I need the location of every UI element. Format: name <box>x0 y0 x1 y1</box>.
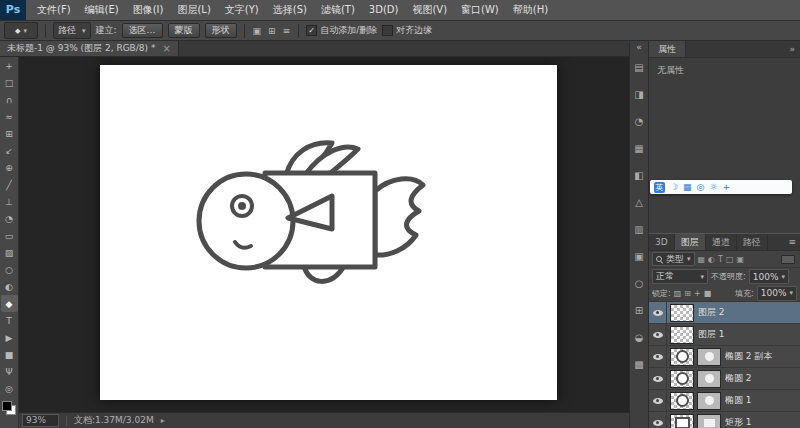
vector-mask-thumbnail[interactable] <box>697 348 721 366</box>
tab-layers[interactable]: 图层 <box>675 234 706 250</box>
align-edges-checkbox[interactable]: 对齐边缘 <box>382 24 432 37</box>
close-tab-icon[interactable]: × <box>162 43 170 54</box>
panel-icon-4[interactable]: ▦ <box>630 135 648 162</box>
rectangle-tool[interactable]: ■ <box>1 346 18 363</box>
panel-icon-7[interactable]: ▥ <box>630 216 648 243</box>
marquee-tool[interactable]: □ <box>1 74 18 91</box>
color-swatches[interactable] <box>2 401 16 415</box>
filter-adjustment-icon[interactable]: ◐ <box>708 255 715 264</box>
eyedropper-tool[interactable]: ↙ <box>1 142 18 159</box>
layer-visibility-toggle[interactable] <box>649 368 667 389</box>
blend-mode-select[interactable]: 正常 ▾ <box>652 269 708 284</box>
panel-icon-12[interactable]: ▩ <box>630 351 648 378</box>
tool-mode-select[interactable]: 路径 ▾ <box>53 22 91 39</box>
vector-mask-thumbnail[interactable] <box>697 414 721 428</box>
lock-all-icon[interactable]: ■ <box>704 289 712 298</box>
zoom-tool[interactable]: ◎ <box>1 380 18 397</box>
path-alignment-icon[interactable]: ⊞ <box>267 26 277 36</box>
ime-language-icon[interactable]: 英 <box>654 182 665 193</box>
layer-visibility-toggle[interactable] <box>649 346 667 367</box>
lock-position-icon[interactable]: + <box>694 289 701 298</box>
ime-tools-icon[interactable]: + <box>723 180 731 194</box>
canvas-area[interactable] <box>19 56 629 412</box>
type-tool[interactable]: T <box>1 312 18 329</box>
menu-type[interactable]: 文字(Y) <box>218 0 266 20</box>
lasso-tool[interactable]: ∩ <box>1 91 18 108</box>
layer-thumbnail[interactable] <box>670 348 694 366</box>
pen-tool[interactable]: ◆ <box>1 295 18 312</box>
photoshop-logo[interactable]: Ps <box>0 0 26 20</box>
brush-tool[interactable]: ╱ <box>1 176 18 193</box>
document-tab[interactable]: 未标题-1 @ 93% (图层 2, RGB/8) * × <box>0 41 179 56</box>
layer-row[interactable]: 图层 1 <box>649 324 800 346</box>
expand-panels-icon[interactable]: « <box>636 41 642 54</box>
layer-thumbnail[interactable] <box>670 326 694 344</box>
layer-thumbnail[interactable] <box>670 304 694 322</box>
path-arrangement-icon[interactable]: ≡ <box>282 26 292 36</box>
menu-file[interactable]: 文件(F) <box>30 0 78 20</box>
lock-pixels-icon[interactable]: ⊞ <box>684 289 691 298</box>
history-brush-tool[interactable]: ◔ <box>1 210 18 227</box>
panel-icon-5[interactable]: ◧ <box>630 162 648 189</box>
layer-name[interactable]: 椭圆 2 副本 <box>725 350 772 363</box>
ime-moon-icon[interactable]: ☽ <box>670 180 678 194</box>
tab-paths[interactable]: 路径 <box>737 234 768 250</box>
filter-shape-icon[interactable]: □ <box>726 255 734 264</box>
layer-visibility-toggle[interactable] <box>649 390 667 411</box>
menu-filter[interactable]: 滤镜(T) <box>314 0 362 20</box>
panel-icon-8[interactable]: ▣ <box>630 243 648 270</box>
tab-properties[interactable]: 属性 <box>649 41 686 57</box>
layer-name[interactable]: 图层 1 <box>698 328 725 341</box>
tool-preset-dropdown[interactable]: ◆ ▾ <box>4 22 38 39</box>
filter-toggle-switch[interactable] <box>781 255 795 264</box>
layer-thumbnail[interactable] <box>670 392 694 410</box>
ime-skin-icon[interactable]: ☼ <box>709 180 717 194</box>
dodge-tool[interactable]: ◐ <box>1 278 18 295</box>
path-selection-tool[interactable]: ▶ <box>1 329 18 346</box>
ime-emoji-icon[interactable]: ◎ <box>697 180 705 194</box>
opacity-select[interactable]: 100% ▾ <box>749 269 789 284</box>
make-mask-button[interactable]: 蒙版 <box>168 23 200 38</box>
move-tool[interactable]: + <box>1 57 18 74</box>
layer-row[interactable]: 椭圆 2 副本 <box>649 346 800 368</box>
layer-row[interactable]: 椭圆 1 <box>649 390 800 412</box>
layer-name[interactable]: 矩形 1 <box>725 416 752 428</box>
clone-stamp-tool[interactable]: ⊥ <box>1 193 18 210</box>
filter-pixel-icon[interactable]: ▦ <box>698 255 706 264</box>
make-shape-button[interactable]: 形状 <box>205 23 237 38</box>
panel-icon-11[interactable]: ◒ <box>630 324 648 351</box>
layer-thumbnail[interactable] <box>670 370 694 388</box>
layer-name[interactable]: 图层 2 <box>698 306 725 319</box>
menu-layer[interactable]: 图层(L) <box>170 0 217 20</box>
panel-menu-icon[interactable]: ≡ <box>784 234 800 250</box>
path-operations-icon[interactable]: ▣ <box>252 26 263 36</box>
panel-icon-3[interactable]: ◔ <box>630 108 648 135</box>
gradient-tool[interactable]: ▨ <box>1 244 18 261</box>
blur-tool[interactable]: ○ <box>1 261 18 278</box>
menu-image[interactable]: 图像(I) <box>126 0 171 20</box>
ime-keyboard-icon[interactable]: ▦ <box>683 180 692 194</box>
foreground-color-swatch[interactable] <box>2 401 12 411</box>
menu-select[interactable]: 选择(S) <box>266 0 314 20</box>
eraser-tool[interactable]: ▭ <box>1 227 18 244</box>
vector-mask-thumbnail[interactable] <box>697 392 721 410</box>
fill-select[interactable]: 100% ▾ <box>757 286 797 301</box>
menu-view[interactable]: 视图(V) <box>405 0 454 20</box>
hand-tool[interactable]: Ψ <box>1 363 18 380</box>
panel-icon-10[interactable]: ⊞ <box>630 297 648 324</box>
zoom-level-field[interactable]: 93% <box>22 414 59 427</box>
crop-tool[interactable]: ⊞ <box>1 125 18 142</box>
lock-transparency-icon[interactable]: ▨ <box>674 289 682 298</box>
menu-help[interactable]: 帮助(H) <box>506 0 555 20</box>
panel-icon-6[interactable]: △ <box>630 189 648 216</box>
filter-kind-select[interactable]: 类型 ▾ <box>652 252 695 266</box>
layer-name[interactable]: 椭圆 2 <box>725 372 752 385</box>
layer-visibility-toggle[interactable] <box>649 324 667 345</box>
layer-visibility-toggle[interactable] <box>649 412 667 428</box>
healing-brush-tool[interactable]: ⊕ <box>1 159 18 176</box>
filter-smart-object-icon[interactable]: ▣ <box>737 255 745 264</box>
vector-mask-thumbnail[interactable] <box>697 370 721 388</box>
filter-type-icon[interactable]: T <box>718 255 723 264</box>
status-menu-arrow-icon[interactable]: ▸ <box>161 416 165 425</box>
layer-row[interactable]: 矩形 1 <box>649 412 800 428</box>
